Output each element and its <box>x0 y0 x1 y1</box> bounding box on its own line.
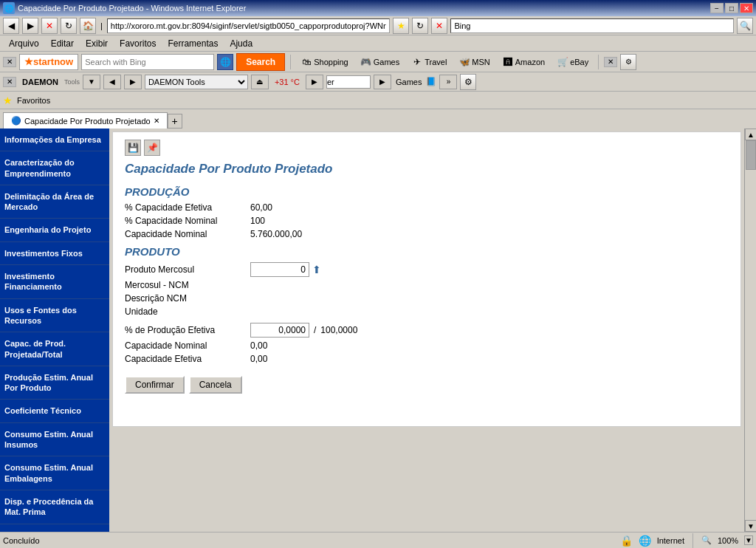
status-bar: Concluído 🔒 🌐 Internet 🔍 100% ▼ <box>0 532 756 548</box>
sidebar-item-informacoes[interactable]: Informações da Empresa <box>0 129 109 151</box>
travel-label: Travel <box>425 58 447 66</box>
menu-exibir[interactable]: Exibir <box>80 37 114 50</box>
menu-arquivo[interactable]: Arquivo <box>3 37 45 50</box>
temperature-display: +31 °C <box>275 78 300 86</box>
play-button[interactable]: ▶ <box>306 75 323 89</box>
scroll-thumb[interactable] <box>746 140 756 170</box>
shopping-link[interactable]: 🛍 Shopping <box>296 55 353 69</box>
back-button[interactable]: ◀ <box>3 18 19 34</box>
menu-ferramentas[interactable]: Ferramentas <box>162 37 224 50</box>
games-link[interactable]: 🎮 Games <box>356 55 404 69</box>
sidebar-item-caracterizacao[interactable]: Caracterização do Empreendimento <box>0 151 109 185</box>
daemon-extra-btn[interactable]: » <box>439 75 457 89</box>
perc-prod-efetiva-total: 100,0000 <box>320 325 357 335</box>
daemon-eject-button[interactable]: ⏏ <box>251 75 269 89</box>
scroll-down-button[interactable]: ▼ <box>745 520 756 532</box>
cap-efetiva2-value: 0,00 <box>250 354 267 364</box>
save-button[interactable]: 💾 <box>125 140 141 156</box>
scroll-up-button[interactable]: ▲ <box>745 129 756 140</box>
close-button[interactable]: ✕ <box>740 3 753 13</box>
sidebar-item-usos[interactable]: Usos e Fontes dos Recursos <box>0 299 109 333</box>
amazon-link[interactable]: 🅰 Amazon <box>498 55 549 69</box>
produto-header: PRODUTO <box>125 245 729 258</box>
produto-mercosul-input[interactable] <box>250 262 309 277</box>
mercosul-ncm-row: Mercosul - NCM <box>125 280 729 290</box>
main-area: Informações da Empresa Caracterização do… <box>0 129 756 532</box>
active-tab[interactable]: 🔵 Capacidade Por Produto Projetado ✕ <box>3 112 168 129</box>
perc-prod-efetiva-input[interactable] <box>250 323 309 338</box>
cap-nominal-label: Capacidade Nominal <box>125 229 250 239</box>
msn-link[interactable]: 🦋 MSN <box>454 55 494 69</box>
bing-search-box[interactable] <box>81 54 214 70</box>
sidebar-item-disp-secund[interactable]: Disp. e Procedência do Mat. Secund. <box>0 524 109 532</box>
menu-editar[interactable]: Editar <box>45 37 80 50</box>
refresh-btn2[interactable]: ↻ <box>412 18 428 34</box>
address-input[interactable] <box>107 18 391 33</box>
refresh-button[interactable]: ↻ <box>61 18 77 34</box>
menu-favoritos[interactable]: Favoritos <box>114 37 162 50</box>
scroll-track <box>745 140 756 520</box>
unidade-label: Unidade <box>125 306 250 317</box>
producao-header: PRODUÇÃO <box>125 185 729 198</box>
toolbar-options-button[interactable]: ⚙ <box>620 54 636 70</box>
daemon-close-button[interactable]: ✕ <box>3 77 16 87</box>
daemon-settings-btn[interactable]: ⚙ <box>460 74 476 90</box>
bing-search-input[interactable] <box>450 18 734 33</box>
favorites-label: Favoritos <box>17 96 50 105</box>
daemon-nav-right[interactable]: ▶ <box>124 75 142 89</box>
mercosul-search-icon[interactable]: ⬆ <box>312 264 321 275</box>
home-button[interactable]: 🏠 <box>80 18 96 34</box>
address-bar: ◀ ▶ ✕ ↻ 🏠 | ★ ↻ ✕ 🔍 <box>0 16 756 35</box>
stop-button[interactable]: ✕ <box>41 18 58 34</box>
zone-label: Internet <box>657 536 684 545</box>
daemon-tools-select[interactable]: DAEMON Tools <box>145 75 248 89</box>
sidebar-item-engenharia[interactable]: Engenharia do Projeto <box>0 219 109 242</box>
player-input[interactable] <box>326 75 371 89</box>
minimize-button[interactable]: − <box>710 3 724 13</box>
toolbar-extra-close[interactable]: ✕ <box>604 57 617 67</box>
menu-ajuda[interactable]: Ajuda <box>224 37 258 50</box>
perc-prod-efetiva-row: % de Produção Efetiva / 100,0000 <box>125 323 729 338</box>
sidebar-item-investimentos[interactable]: Investimentos Fixos <box>0 242 109 265</box>
descricao-ncm-row: Descrição NCM <box>125 293 729 304</box>
window-title: Capacidade Por Produto Projetado - Windo… <box>18 4 246 13</box>
travel-link[interactable]: ✈ Travel <box>407 55 451 69</box>
sidebar-item-capac[interactable]: Capac. de Prod. Projetada/Total <box>0 332 109 366</box>
sidebar-item-producao[interactable]: Produção Estim. Anual Por Produto <box>0 366 109 400</box>
zoom-dropdown-button[interactable]: ▼ <box>744 535 753 545</box>
produto-mercosul-label: Produto Mercosul <box>125 264 250 275</box>
sidebar-item-investimento-fin[interactable]: Investimento Financiamento <box>0 265 109 299</box>
scrollbar[interactable]: ▲ ▼ <box>744 129 756 532</box>
mercosul-ncm-label: Mercosul - NCM <box>125 280 250 290</box>
bing-go-button[interactable]: 🔍 <box>737 18 753 34</box>
favorites-star[interactable]: ★ <box>393 18 409 34</box>
amazon-label: Amazon <box>515 58 545 66</box>
cap-nominal-pct-row: % Capacidade Nominal 100 <box>125 216 729 226</box>
new-tab-button[interactable]: + <box>168 114 182 129</box>
cancel-button[interactable]: Cancela <box>189 376 242 394</box>
title-bar: 🌐 Capacidade Por Produto Projetado - Win… <box>0 0 756 16</box>
player-nav-button[interactable]: ▶ <box>374 75 391 89</box>
search-globe-button[interactable]: 🌐 <box>217 54 233 70</box>
content-inner: 💾 📌 Capacidade Por Produto Projetado PRO… <box>112 131 741 427</box>
cap-efetiva2-label: Capacidade Efetiva <box>125 354 250 364</box>
startnow-close[interactable]: ✕ <box>3 57 16 67</box>
sidebar-item-delimitacao[interactable]: Delimitação da Área de Mercado <box>0 185 109 219</box>
cap-nominal2-label: Capacidade Nominal <box>125 340 250 351</box>
bookmark-button[interactable]: 📌 <box>144 140 160 156</box>
confirm-button[interactable]: Confirmar <box>125 376 185 394</box>
restore-button[interactable]: □ <box>725 3 738 13</box>
forward-button[interactable]: ▶ <box>22 18 38 34</box>
sidebar-item-consumo-embalagens[interactable]: Consumo Estim. Anual Embalagens <box>0 456 109 490</box>
ebay-link[interactable]: 🛒 eBay <box>552 55 593 69</box>
sidebar-item-coeficiente[interactable]: Coeficiente Técnico <box>0 400 109 422</box>
form-toolbar: 💾 📌 <box>125 140 729 156</box>
daemon-dropdown-btn[interactable]: ▼ <box>83 75 100 89</box>
sidebar-item-consumo-insumos[interactable]: Consumo Estim. Anual Insumos <box>0 423 109 457</box>
daemon-nav-left[interactable]: ◀ <box>103 75 121 89</box>
sidebar-item-disp-prima[interactable]: Disp. e Procedência da Mat. Prima <box>0 490 109 524</box>
stop-btn2[interactable]: ✕ <box>431 18 447 34</box>
tab-close-button[interactable]: ✕ <box>154 117 159 125</box>
search-button[interactable]: Search <box>236 53 285 71</box>
games-toolbar-label: Games <box>396 78 422 86</box>
